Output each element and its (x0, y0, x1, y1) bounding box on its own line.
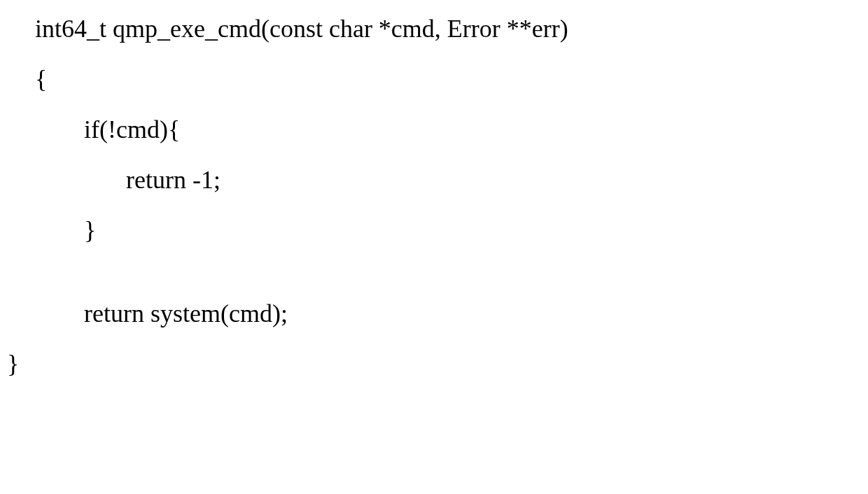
code-line-1: int64_t qmp_exe_cmd(const char *cmd, Err… (35, 14, 833, 45)
code-line-5: } (84, 216, 833, 246)
code-line-4: return -1; (126, 165, 833, 196)
code-line-2: { (35, 64, 833, 95)
code-line-6: return system(cmd); (84, 299, 833, 330)
code-line-7: } (7, 349, 833, 380)
code-line-3: if(!cmd){ (84, 115, 833, 146)
code-block: int64_t qmp_exe_cmd(const char *cmd, Err… (0, 0, 868, 394)
